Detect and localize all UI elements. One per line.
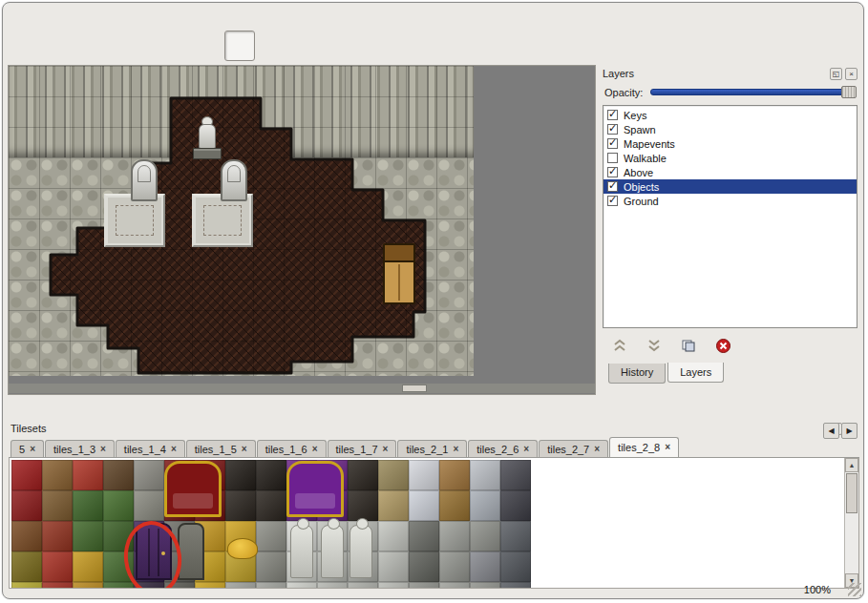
menu-item[interactable] (32, 16, 36, 18)
tileset-tile[interactable] (409, 490, 439, 521)
tileset-tile[interactable] (439, 490, 470, 521)
tileset-tile[interactable] (500, 551, 531, 582)
map-horizontal-scrollbar[interactable] (9, 384, 595, 393)
tileset-tile[interactable] (409, 551, 439, 582)
purple-door-tile[interactable] (136, 523, 172, 580)
fill-tool-button[interactable] (261, 31, 291, 61)
resize-grip[interactable] (848, 583, 861, 596)
tab-close-icon[interactable]: × (30, 445, 35, 454)
tileset-tile[interactable] (470, 521, 500, 551)
tileset-tab[interactable]: tiles_2_8 × (609, 437, 679, 457)
tileset-tile[interactable] (103, 490, 134, 521)
tileset-tile[interactable] (11, 551, 42, 582)
tileset-tab[interactable]: tiles_2_7 × (539, 440, 608, 457)
tab-close-icon[interactable]: × (665, 443, 670, 452)
tileset-tile[interactable] (470, 551, 500, 582)
tileset-tab[interactable]: 5 × (11, 440, 44, 457)
tileset-tile[interactable] (256, 521, 286, 551)
tileset-tile[interactable] (11, 460, 42, 490)
save-button[interactable] (85, 31, 116, 61)
tileset-tile[interactable] (378, 551, 409, 582)
tileset-tab[interactable]: tiles_2_6 × (468, 440, 538, 457)
layer-visibility-checkbox[interactable] (607, 138, 618, 149)
layer-visibility-checkbox[interactable] (607, 181, 618, 192)
tab-close-icon[interactable]: × (312, 445, 318, 454)
map-viewport[interactable] (9, 66, 595, 394)
redo-button[interactable] (173, 31, 203, 61)
new-map-button[interactable] (12, 31, 43, 61)
gargoyle-tile[interactable] (321, 525, 344, 578)
tileset-view[interactable]: ▲ ▼ (9, 458, 859, 589)
float-panel-icon[interactable]: ◱ (830, 68, 842, 80)
tab-close-icon[interactable]: × (171, 445, 177, 454)
tileset-tile[interactable] (11, 490, 42, 521)
tileset-tile[interactable] (439, 521, 470, 551)
menu-item[interactable] (73, 16, 76, 18)
tab-close-icon[interactable]: × (383, 445, 389, 454)
tab-close-icon[interactable]: × (523, 445, 529, 454)
layer-visibility-checkbox[interactable] (607, 167, 618, 177)
tileset-tab[interactable]: tiles_1_5 × (186, 440, 256, 457)
stamp-tool-button[interactable] (224, 31, 255, 61)
delete-layer-button[interactable] (713, 337, 732, 354)
tileset-tile[interactable] (348, 460, 378, 490)
layer-row[interactable]: Objects (603, 179, 857, 194)
tab-close-icon[interactable]: × (594, 445, 600, 454)
scroll-tabs-left-icon[interactable]: ◀ (823, 423, 839, 439)
layer-row[interactable]: Spawn (603, 122, 857, 136)
tileset-tile[interactable] (42, 460, 73, 490)
duplicate-layer-button[interactable] (679, 337, 698, 354)
tab-close-icon[interactable]: × (242, 445, 247, 454)
scroll-tabs-right-icon[interactable]: ▶ (841, 423, 857, 439)
tileset-tile[interactable] (409, 521, 439, 551)
tileset-tile[interactable] (73, 551, 103, 582)
statue-tile[interactable] (290, 525, 313, 578)
tileset-tile[interactable] (470, 490, 500, 521)
layer-visibility-checkbox[interactable] (607, 196, 618, 206)
tileset-tile[interactable] (500, 460, 531, 490)
tileset-tile[interactable] (500, 490, 531, 521)
gold-pile-tile[interactable] (227, 538, 258, 559)
tileset-tile[interactable] (42, 490, 73, 521)
tileset-tile[interactable] (103, 460, 134, 490)
layer-visibility-checkbox[interactable] (607, 110, 618, 120)
tileset-tile[interactable] (11, 521, 42, 551)
eraser-tool-button[interactable] (297, 31, 328, 61)
menu-item[interactable] (93, 16, 96, 18)
tileset-tile[interactable] (73, 521, 103, 551)
red-throne-tile[interactable] (164, 461, 222, 517)
opacity-slider[interactable] (650, 86, 856, 98)
stone-door-tile[interactable] (178, 523, 204, 580)
undo-button[interactable] (137, 31, 167, 61)
open-button[interactable] (49, 31, 79, 61)
tileset-tile[interactable] (134, 490, 164, 521)
tileset-tile[interactable] (73, 460, 103, 490)
layer-row[interactable]: Walkable (603, 151, 857, 165)
select-tool-button[interactable] (333, 31, 364, 61)
map-canvas[interactable] (9, 66, 474, 376)
tileset-tile[interactable] (134, 460, 164, 490)
tileset-tile[interactable] (348, 490, 378, 521)
tileset-tile[interactable] (256, 490, 286, 521)
tileset-tile[interactable] (103, 551, 134, 582)
move-layer-up-button[interactable] (610, 337, 629, 354)
layer-visibility-checkbox[interactable] (607, 153, 618, 163)
tileset-tile[interactable] (378, 460, 409, 490)
tileset-tab[interactable]: tiles_1_4 × (116, 440, 185, 457)
panel-tab[interactable]: History (608, 364, 666, 384)
tileset-vertical-scrollbar[interactable]: ▲ ▼ (844, 458, 858, 588)
tileset-tile[interactable] (500, 521, 531, 551)
tileset-tab[interactable]: tiles_1_6 × (257, 440, 327, 457)
menu-item[interactable] (12, 16, 16, 18)
scroll-up-icon[interactable]: ▲ (845, 458, 858, 472)
tileset-tile[interactable] (256, 551, 286, 582)
layer-row[interactable]: Above (603, 165, 857, 179)
layer-visibility-checkbox[interactable] (607, 124, 618, 135)
tileset-tab[interactable]: tiles_2_1 × (397, 440, 467, 457)
tileset-tile[interactable] (378, 521, 409, 551)
layer-row[interactable]: Mapevents (603, 136, 857, 151)
menu-item[interactable] (53, 16, 56, 18)
tileset-tab[interactable]: tiles_1_3 × (45, 440, 115, 457)
scrollbar-thumb[interactable] (402, 385, 427, 392)
tileset-tile[interactable] (42, 551, 73, 582)
